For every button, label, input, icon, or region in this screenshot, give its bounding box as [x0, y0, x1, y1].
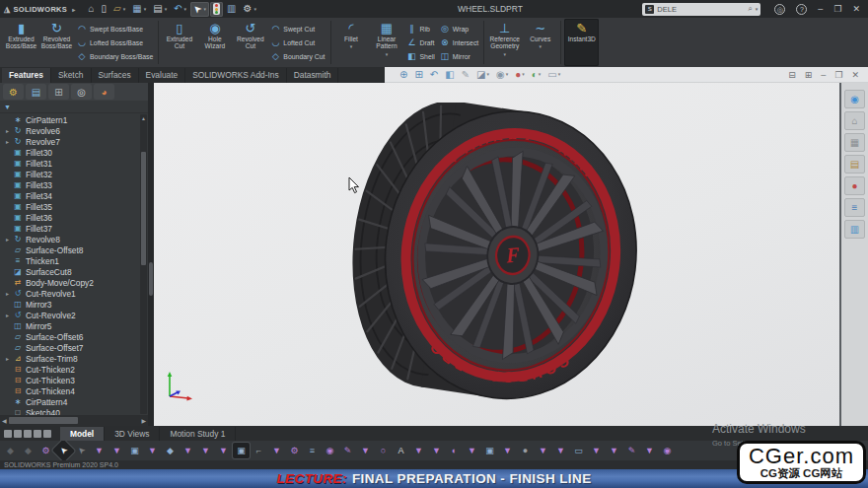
tree-item-sketch40[interactable]: □Sketch40	[0, 407, 148, 415]
macro-cone-14-button[interactable]: ▼	[552, 443, 569, 458]
macro-brush-button[interactable]: ✎	[623, 443, 640, 458]
tool-ghost-1-button[interactable]: ◆	[2, 443, 19, 458]
macro-cone-11-button[interactable]: ▼	[464, 443, 480, 458]
macro-half-button[interactable]: ◐	[446, 443, 463, 458]
tree-item-surface-offset8[interactable]: ▱Surface-Offset8	[0, 244, 148, 255]
macro-cone-9-button[interactable]: ▼	[410, 443, 427, 458]
macro-cone-17-button[interactable]: ▼	[641, 443, 658, 458]
tree-item-mirror5[interactable]: ◫Mirror5	[0, 320, 148, 331]
graphics-area[interactable]: COURSA - PRO COURSA - PRO F	[154, 83, 839, 426]
restore-button[interactable]: ❐	[833, 5, 841, 14]
macro-cone-16-button[interactable]: ▼	[606, 443, 622, 458]
wheel-model[interactable]: COURSA - PRO COURSA - PRO F	[351, 103, 677, 412]
tree-item-thicken1[interactable]: ≡Thicken1	[0, 255, 148, 266]
select-button[interactable]: ➤▾	[190, 2, 209, 17]
macro-cone-3-button[interactable]: ▼	[144, 443, 161, 458]
macro-list-button[interactable]: ≡	[304, 443, 321, 458]
dimxpertmanager-tab[interactable]: ◎	[71, 84, 92, 100]
tree-horizontal-scrollbar[interactable]: ◀ ▶	[0, 415, 148, 426]
macro-cone-4-button[interactable]: ▼	[180, 443, 196, 458]
tree-vertical-scrollbar[interactable]: ▲	[140, 114, 147, 414]
expand-icon[interactable]: ▸	[3, 355, 12, 362]
settings-button[interactable]: ⚙▾	[240, 2, 258, 17]
section-view-button[interactable]: ◧	[445, 70, 454, 80]
macro-gem-button[interactable]: ◆	[162, 443, 179, 458]
lofted-cut-button[interactable]: ◡Lofted Cut	[270, 36, 325, 49]
macro-ring-button[interactable]: ○	[375, 443, 392, 458]
fillet-button[interactable]: ◜Fillet▾	[334, 19, 369, 66]
dynamic-annotations-button[interactable]: ✎	[462, 70, 470, 80]
split-view-button[interactable]: ⊟	[788, 70, 796, 80]
splitter-handle[interactable]	[149, 262, 153, 296]
swept-boss-base-button[interactable]: ◠Swept Boss/Base	[77, 23, 153, 35]
tab-scroll-control[interactable]	[4, 430, 12, 438]
extruded-cut-button[interactable]: ▯Extruded Cut	[162, 19, 196, 66]
zoom-to-area-button[interactable]: ⊞	[414, 70, 422, 80]
select-ghost-button[interactable]: ➤	[70, 441, 93, 460]
hide-show-items-button[interactable]: ◉▾	[496, 70, 508, 80]
tab-scroll-control[interactable]	[43, 430, 51, 438]
edit-appearance-button[interactable]: ●▾	[515, 70, 525, 80]
macro-text-button[interactable]: A	[393, 443, 409, 458]
search-input[interactable]: DELE	[657, 5, 745, 14]
tree-item-cut-thicken3[interactable]: ⊟Cut-Thicken3	[0, 375, 148, 385]
view-settings-button[interactable]: ▭▾	[547, 70, 560, 80]
lofted-boss-base-button[interactable]: ◡Lofted Boss/Base	[77, 36, 153, 49]
split-view-2-button[interactable]: ⊞	[805, 70, 813, 80]
macro-face-button[interactable]: ◉	[659, 443, 676, 458]
tree-item-cirpattern4[interactable]: ∗CirPattern4	[0, 396, 148, 407]
macro-cone-2-button[interactable]: ▼	[108, 443, 125, 458]
macro-cone-1-button[interactable]: ▼	[91, 443, 108, 458]
expand-icon[interactable]: ▸	[3, 236, 12, 243]
tree-item-revolve7[interactable]: ▸↻Revolve7	[0, 136, 148, 147]
apply-scene-button[interactable]: ◐▾	[532, 70, 542, 80]
tree-item-surfacecut8[interactable]: ◪SurfaceCut8	[0, 266, 148, 277]
macro-cone-12-button[interactable]: ▼	[499, 443, 516, 458]
tree-filter-row[interactable]: ▼	[0, 101, 148, 113]
macro-screen-button[interactable]: ▭	[570, 443, 587, 458]
macro-cube-1-button[interactable]: ▣	[126, 443, 143, 458]
file-explorer-button[interactable]: ▦	[844, 133, 865, 152]
extruded-boss-base-button[interactable]: ▮Extruded Boss/Base	[4, 19, 38, 66]
tree-item-mirror3[interactable]: ◫Mirror3	[0, 299, 148, 310]
configurationmanager-tab[interactable]: ⊞	[48, 84, 69, 100]
appearances-scenes-button[interactable]: ●	[844, 176, 865, 195]
tab-surfaces[interactable]: Surfaces	[92, 68, 139, 83]
tree-item-cut-thicken2[interactable]: ⊟Cut-Thicken2	[0, 364, 148, 375]
macro-cone-10-button[interactable]: ▼	[428, 443, 445, 458]
macro-cone-13-button[interactable]: ▼	[535, 443, 551, 458]
rib-button[interactable]: ∥Rib	[407, 23, 435, 35]
macro-target-button[interactable]: ◉	[322, 443, 338, 458]
draft-button[interactable]: ∠Draft	[407, 36, 435, 49]
macro-cone-15-button[interactable]: ▼	[588, 443, 605, 458]
macro-cone-6-button[interactable]: ▼	[215, 443, 232, 458]
expand-icon[interactable]: ▸	[3, 290, 12, 297]
macro-cone-8-button[interactable]: ▼	[357, 443, 374, 458]
boundary-boss-base-button[interactable]: ◇Boundary Boss/Base	[77, 50, 153, 63]
open-document-button[interactable]: ▱▾	[110, 2, 128, 17]
tree-item-fillet34[interactable]: ▣Fillet34	[0, 190, 148, 201]
scroll-left-icon[interactable]: ◀	[2, 417, 7, 424]
minimize-button[interactable]: –	[818, 5, 823, 14]
options-list-button[interactable]: ▥	[224, 2, 239, 17]
tree-item-surface-trim8[interactable]: ▸⊿Surface-Trim8	[0, 353, 148, 364]
tab-scroll-control[interactable]	[24, 430, 32, 438]
tab-solidworks-add-ins[interactable]: SOLIDWORKS Add-Ins	[185, 68, 287, 83]
expand-icon[interactable]: ▸	[3, 312, 12, 318]
display-style-button[interactable]: ◪▾	[476, 70, 489, 80]
design-library-button[interactable]: ⌂	[844, 111, 865, 130]
scrollbar-thumb[interactable]	[9, 417, 78, 424]
close-document-button[interactable]: ✕	[851, 70, 859, 80]
search-box[interactable]: S DELE ⌕ ▾	[642, 3, 760, 16]
macro-pencil-button[interactable]: ✎	[339, 443, 356, 458]
boundary-cut-button[interactable]: ◇Boundary Cut	[270, 50, 325, 63]
tab-3d-views[interactable]: 3D Views	[105, 427, 160, 441]
tree-item-body-move-copy2[interactable]: ⇄Body-Move/Copy2	[0, 277, 148, 288]
custom-properties-button[interactable]: ≡	[844, 198, 865, 217]
tree-item-fillet37[interactable]: ▣Fillet37	[0, 223, 148, 234]
search-dropdown-icon[interactable]: ▾	[756, 6, 759, 12]
new-document-button[interactable]: ▯	[98, 2, 109, 17]
tab-features[interactable]: Features	[2, 68, 51, 83]
expand-icon[interactable]: ▸	[3, 138, 12, 145]
tab-model[interactable]: Model	[60, 427, 105, 441]
